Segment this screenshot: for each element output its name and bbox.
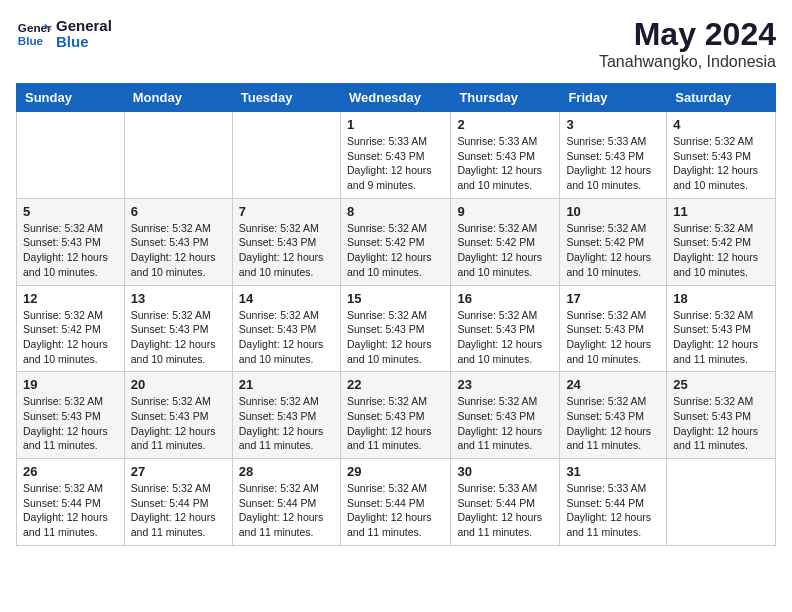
calendar-cell-w5-d5: 30Sunrise: 5:33 AMSunset: 5:44 PMDayligh…	[451, 459, 560, 546]
day-info: Sunrise: 5:32 AMSunset: 5:44 PMDaylight:…	[23, 481, 118, 540]
day-info: Sunrise: 5:32 AMSunset: 5:42 PMDaylight:…	[347, 221, 444, 280]
day-number: 23	[457, 377, 553, 392]
title-area: May 2024 Tanahwangko, Indonesia	[599, 16, 776, 71]
day-number: 30	[457, 464, 553, 479]
weekday-header-row: Sunday Monday Tuesday Wednesday Thursday…	[17, 84, 776, 112]
calendar-cell-w1-d3	[232, 112, 340, 199]
day-info: Sunrise: 5:32 AMSunset: 5:43 PMDaylight:…	[673, 394, 769, 453]
calendar-cell-w5-d6: 31Sunrise: 5:33 AMSunset: 5:44 PMDayligh…	[560, 459, 667, 546]
calendar-cell-w2-d5: 9Sunrise: 5:32 AMSunset: 5:42 PMDaylight…	[451, 198, 560, 285]
header: General Blue General Blue May 2024 Tanah…	[16, 16, 776, 71]
header-thursday: Thursday	[451, 84, 560, 112]
week-row-1: 1Sunrise: 5:33 AMSunset: 5:43 PMDaylight…	[17, 112, 776, 199]
calendar-cell-w5-d1: 26Sunrise: 5:32 AMSunset: 5:44 PMDayligh…	[17, 459, 125, 546]
calendar-cell-w4-d2: 20Sunrise: 5:32 AMSunset: 5:43 PMDayligh…	[124, 372, 232, 459]
calendar-cell-w2-d4: 8Sunrise: 5:32 AMSunset: 5:42 PMDaylight…	[340, 198, 450, 285]
calendar-cell-w4-d5: 23Sunrise: 5:32 AMSunset: 5:43 PMDayligh…	[451, 372, 560, 459]
month-title: May 2024	[599, 16, 776, 53]
calendar-cell-w3-d2: 13Sunrise: 5:32 AMSunset: 5:43 PMDayligh…	[124, 285, 232, 372]
calendar-cell-w5-d2: 27Sunrise: 5:32 AMSunset: 5:44 PMDayligh…	[124, 459, 232, 546]
day-info: Sunrise: 5:33 AMSunset: 5:44 PMDaylight:…	[566, 481, 660, 540]
day-number: 10	[566, 204, 660, 219]
calendar-cell-w2-d3: 7Sunrise: 5:32 AMSunset: 5:43 PMDaylight…	[232, 198, 340, 285]
calendar-cell-w3-d4: 15Sunrise: 5:32 AMSunset: 5:43 PMDayligh…	[340, 285, 450, 372]
day-info: Sunrise: 5:32 AMSunset: 5:42 PMDaylight:…	[457, 221, 553, 280]
day-number: 12	[23, 291, 118, 306]
week-row-5: 26Sunrise: 5:32 AMSunset: 5:44 PMDayligh…	[17, 459, 776, 546]
logo-general: General	[56, 18, 112, 35]
header-wednesday: Wednesday	[340, 84, 450, 112]
calendar-cell-w4-d3: 21Sunrise: 5:32 AMSunset: 5:43 PMDayligh…	[232, 372, 340, 459]
logo-blue: Blue	[56, 34, 112, 51]
day-info: Sunrise: 5:32 AMSunset: 5:43 PMDaylight:…	[566, 394, 660, 453]
day-number: 24	[566, 377, 660, 392]
calendar-cell-w4-d7: 25Sunrise: 5:32 AMSunset: 5:43 PMDayligh…	[667, 372, 776, 459]
day-number: 17	[566, 291, 660, 306]
header-tuesday: Tuesday	[232, 84, 340, 112]
day-info: Sunrise: 5:32 AMSunset: 5:42 PMDaylight:…	[23, 308, 118, 367]
calendar-table: Sunday Monday Tuesday Wednesday Thursday…	[16, 83, 776, 546]
calendar-cell-w3-d3: 14Sunrise: 5:32 AMSunset: 5:43 PMDayligh…	[232, 285, 340, 372]
day-number: 14	[239, 291, 334, 306]
day-number: 11	[673, 204, 769, 219]
day-number: 15	[347, 291, 444, 306]
logo: General Blue General Blue	[16, 16, 112, 52]
day-info: Sunrise: 5:32 AMSunset: 5:43 PMDaylight:…	[23, 221, 118, 280]
day-number: 1	[347, 117, 444, 132]
day-number: 8	[347, 204, 444, 219]
day-info: Sunrise: 5:32 AMSunset: 5:43 PMDaylight:…	[131, 221, 226, 280]
calendar-cell-w2-d1: 5Sunrise: 5:32 AMSunset: 5:43 PMDaylight…	[17, 198, 125, 285]
calendar-cell-w5-d7	[667, 459, 776, 546]
logo-icon: General Blue	[16, 16, 52, 52]
week-row-3: 12Sunrise: 5:32 AMSunset: 5:42 PMDayligh…	[17, 285, 776, 372]
calendar-cell-w3-d1: 12Sunrise: 5:32 AMSunset: 5:42 PMDayligh…	[17, 285, 125, 372]
location-title: Tanahwangko, Indonesia	[599, 53, 776, 71]
day-info: Sunrise: 5:33 AMSunset: 5:43 PMDaylight:…	[457, 134, 553, 193]
calendar-cell-w1-d7: 4Sunrise: 5:32 AMSunset: 5:43 PMDaylight…	[667, 112, 776, 199]
day-number: 18	[673, 291, 769, 306]
day-number: 26	[23, 464, 118, 479]
calendar-cell-w2-d6: 10Sunrise: 5:32 AMSunset: 5:42 PMDayligh…	[560, 198, 667, 285]
day-info: Sunrise: 5:32 AMSunset: 5:43 PMDaylight:…	[347, 308, 444, 367]
day-number: 5	[23, 204, 118, 219]
day-number: 29	[347, 464, 444, 479]
day-number: 6	[131, 204, 226, 219]
day-number: 31	[566, 464, 660, 479]
day-number: 9	[457, 204, 553, 219]
day-info: Sunrise: 5:32 AMSunset: 5:42 PMDaylight:…	[673, 221, 769, 280]
calendar-cell-w5-d3: 28Sunrise: 5:32 AMSunset: 5:44 PMDayligh…	[232, 459, 340, 546]
calendar-cell-w1-d4: 1Sunrise: 5:33 AMSunset: 5:43 PMDaylight…	[340, 112, 450, 199]
day-number: 4	[673, 117, 769, 132]
day-info: Sunrise: 5:32 AMSunset: 5:43 PMDaylight:…	[347, 394, 444, 453]
header-friday: Friday	[560, 84, 667, 112]
day-info: Sunrise: 5:32 AMSunset: 5:43 PMDaylight:…	[239, 221, 334, 280]
day-info: Sunrise: 5:32 AMSunset: 5:44 PMDaylight:…	[131, 481, 226, 540]
calendar-cell-w4-d4: 22Sunrise: 5:32 AMSunset: 5:43 PMDayligh…	[340, 372, 450, 459]
header-monday: Monday	[124, 84, 232, 112]
day-info: Sunrise: 5:32 AMSunset: 5:44 PMDaylight:…	[239, 481, 334, 540]
calendar-cell-w4-d1: 19Sunrise: 5:32 AMSunset: 5:43 PMDayligh…	[17, 372, 125, 459]
calendar-cell-w2-d2: 6Sunrise: 5:32 AMSunset: 5:43 PMDaylight…	[124, 198, 232, 285]
week-row-4: 19Sunrise: 5:32 AMSunset: 5:43 PMDayligh…	[17, 372, 776, 459]
day-info: Sunrise: 5:32 AMSunset: 5:43 PMDaylight:…	[239, 308, 334, 367]
day-info: Sunrise: 5:32 AMSunset: 5:42 PMDaylight:…	[566, 221, 660, 280]
svg-text:Blue: Blue	[18, 34, 44, 47]
day-info: Sunrise: 5:32 AMSunset: 5:43 PMDaylight:…	[566, 308, 660, 367]
day-info: Sunrise: 5:32 AMSunset: 5:43 PMDaylight:…	[131, 308, 226, 367]
calendar-cell-w1-d6: 3Sunrise: 5:33 AMSunset: 5:43 PMDaylight…	[560, 112, 667, 199]
week-row-2: 5Sunrise: 5:32 AMSunset: 5:43 PMDaylight…	[17, 198, 776, 285]
day-number: 7	[239, 204, 334, 219]
calendar-cell-w3-d5: 16Sunrise: 5:32 AMSunset: 5:43 PMDayligh…	[451, 285, 560, 372]
calendar-cell-w1-d2	[124, 112, 232, 199]
day-info: Sunrise: 5:32 AMSunset: 5:43 PMDaylight:…	[673, 134, 769, 193]
day-number: 27	[131, 464, 226, 479]
day-number: 25	[673, 377, 769, 392]
day-number: 3	[566, 117, 660, 132]
day-number: 19	[23, 377, 118, 392]
day-info: Sunrise: 5:32 AMSunset: 5:43 PMDaylight:…	[239, 394, 334, 453]
header-sunday: Sunday	[17, 84, 125, 112]
day-number: 20	[131, 377, 226, 392]
calendar-cell-w3-d6: 17Sunrise: 5:32 AMSunset: 5:43 PMDayligh…	[560, 285, 667, 372]
day-info: Sunrise: 5:33 AMSunset: 5:43 PMDaylight:…	[566, 134, 660, 193]
header-saturday: Saturday	[667, 84, 776, 112]
